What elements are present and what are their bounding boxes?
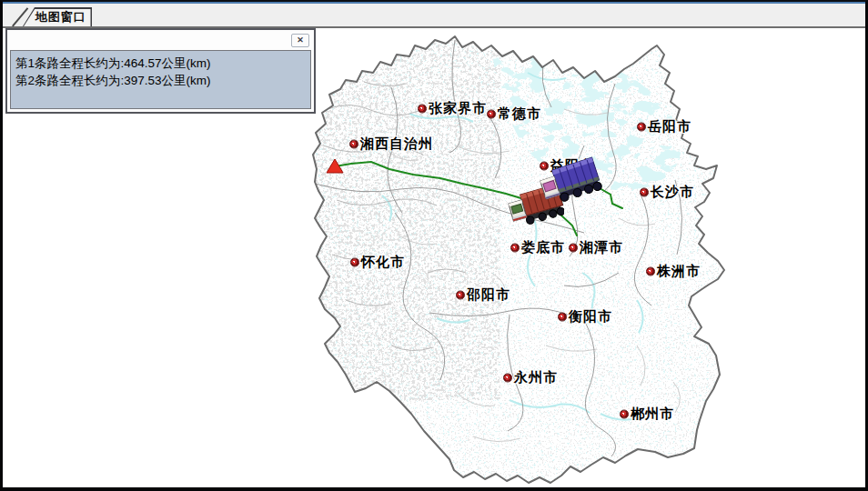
city-marker-7[interactable]: 娄底市	[510, 239, 565, 256]
city-dot-icon	[637, 122, 646, 131]
truck-icon-cargo-blue[interactable]	[539, 153, 602, 205]
city-marker-1[interactable]: 湘西自治州	[349, 135, 433, 153]
tab-strip: 地图窗口	[3, 4, 865, 28]
route-info-body: 第1条路全程长约为:464.57公里(km) 第2条路全程长约为:397.53公…	[10, 50, 311, 109]
city-label: 岳阳市	[648, 118, 691, 135]
city-marker-14[interactable]: 郴州市	[620, 406, 674, 423]
route-length-line-1: 第1条路全程长约为:464.57公里(km)	[15, 55, 306, 72]
city-dot-icon	[418, 104, 427, 113]
city-marker-2[interactable]: 张家界市	[418, 100, 487, 117]
tab-label: 地图窗口	[28, 9, 86, 25]
city-dot-icon	[350, 257, 359, 266]
city-marker-8[interactable]: 湘潭市	[569, 239, 623, 256]
city-marker-11[interactable]: 邵阳市	[456, 286, 510, 304]
tab-map-window[interactable]: 地图窗口	[23, 7, 92, 26]
city-label: 常德市	[498, 105, 541, 123]
city-dot-icon	[503, 373, 512, 382]
city-marker-3[interactable]: 常德市	[487, 105, 541, 123]
city-dot-icon	[569, 243, 578, 252]
city-marker-10[interactable]: 怀化市	[350, 254, 405, 271]
city-dot-icon	[646, 266, 655, 276]
city-label: 邵阳市	[467, 286, 510, 304]
city-label: 株洲市	[657, 263, 701, 280]
city-dot-icon	[640, 187, 649, 196]
city-label: 娄底市	[521, 239, 565, 256]
city-dot-icon	[558, 312, 567, 321]
city-label: 张家界市	[429, 100, 487, 117]
city-dot-icon	[487, 109, 496, 118]
city-dot-icon	[620, 409, 629, 418]
city-dot-icon	[510, 243, 520, 252]
route-length-line-2: 第2条路全程长约为:397.53公里(km)	[15, 72, 306, 89]
close-button[interactable]: ✕	[291, 34, 309, 47]
city-marker-13[interactable]: 永州市	[503, 369, 558, 386]
city-marker-12[interactable]: 衡阳市	[558, 308, 612, 326]
route-info-window: ✕ 第1条路全程长约为:464.57公里(km) 第2条路全程长约为:397.5…	[5, 28, 316, 114]
city-label: 郴州市	[631, 406, 674, 423]
city-marker-4[interactable]: 岳阳市	[637, 118, 691, 135]
city-label: 衡阳市	[569, 308, 612, 326]
city-label: 怀化市	[361, 254, 405, 271]
close-icon: ✕	[297, 36, 304, 45]
city-label: 湘西自治州	[360, 135, 433, 153]
city-label: 永州市	[514, 369, 558, 386]
city-dot-icon	[349, 139, 358, 148]
map-window: 湘西自治州张家界市常德市岳阳市益阳市长沙市娄底市湘潭市株洲市怀化市邵阳市衡阳市永…	[0, 0, 868, 491]
city-label: 湘潭市	[580, 239, 623, 256]
city-marker-6[interactable]: 长沙市	[640, 184, 694, 201]
city-label: 长沙市	[651, 184, 694, 201]
city-marker-9[interactable]: 株洲市	[646, 263, 701, 280]
city-dot-icon	[456, 290, 465, 299]
